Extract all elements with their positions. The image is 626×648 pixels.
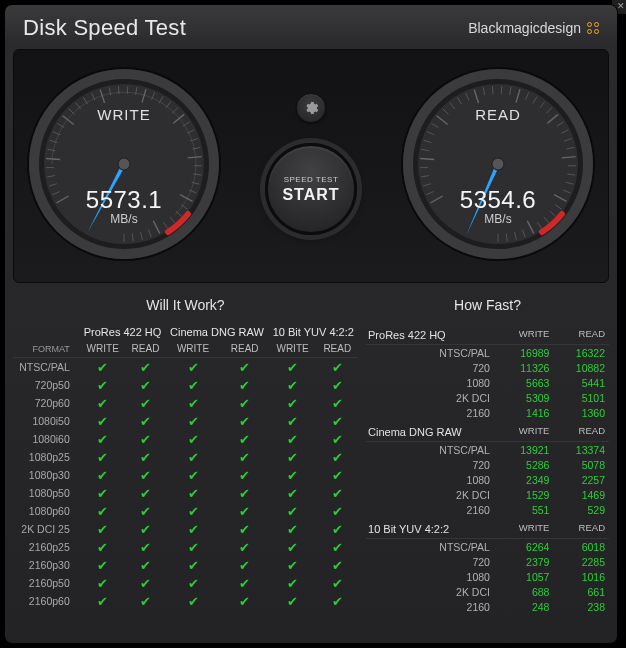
check-icon: ✔ [332,594,343,609]
check-icon: ✔ [140,450,151,465]
start-button[interactable]: SPEED TEST START [265,143,357,235]
check-cell: ✔ [269,556,317,574]
check-icon: ✔ [239,594,250,609]
format-label: 720p60 [13,394,80,412]
check-icon: ✔ [188,378,199,393]
check-icon: ✔ [332,396,343,411]
resolution-label: 2160 [366,599,498,614]
check-cell: ✔ [80,520,126,538]
codec-header: Cinema DNG RAW [366,420,498,442]
check-icon: ✔ [140,576,151,591]
table-row: 7201132610882 [366,360,609,375]
sub-header: READ [126,340,166,358]
check-cell: ✔ [221,412,269,430]
check-cell: ✔ [165,520,220,538]
table-row: 108010571016 [366,569,609,584]
read-value: 10882 [553,360,609,375]
write-value: 5286 [498,457,554,472]
svg-line-58 [420,158,434,159]
check-icon: ✔ [239,504,250,519]
check-cell: ✔ [165,394,220,412]
check-icon: ✔ [97,450,108,465]
resolution-label: 2160 [366,405,498,420]
write-value: 248 [498,599,554,614]
check-icon: ✔ [239,540,250,555]
read-value: 2285 [553,554,609,569]
start-button-line2: START [282,186,339,204]
check-icon: ✔ [97,594,108,609]
read-value: 1360 [553,405,609,420]
table-row: 2K DCI15291469 [366,487,609,502]
check-icon: ✔ [287,450,298,465]
check-icon: ✔ [188,450,199,465]
check-icon: ✔ [332,522,343,537]
check-cell: ✔ [80,394,126,412]
check-icon: ✔ [188,594,199,609]
write-value: 1529 [498,487,554,502]
check-icon: ✔ [140,432,151,447]
check-cell: ✔ [165,466,220,484]
check-cell: ✔ [317,502,358,520]
write-value: 16989 [498,345,554,361]
table-row: 2160p25✔✔✔✔✔✔ [13,538,358,556]
check-icon: ✔ [332,504,343,519]
check-icon: ✔ [140,468,151,483]
start-button-line1: SPEED TEST [284,175,339,184]
sub-header: WRITE [165,340,220,358]
write-value: 688 [498,584,554,599]
check-cell: ✔ [317,394,358,412]
check-icon: ✔ [140,414,151,429]
resolution-label: 2160 [366,502,498,517]
table-row: NTSC/PAL62646018 [366,539,609,555]
check-cell: ✔ [269,592,317,610]
table-row: 2K DCI688661 [366,584,609,599]
check-cell: ✔ [165,556,220,574]
resolution-label: NTSC/PAL [366,345,498,361]
app-title: Disk Speed Test [23,15,186,41]
check-cell: ✔ [317,574,358,592]
resolution-label: 720 [366,457,498,472]
how-fast-table: ProRes 422 HQWRITEREADNTSC/PAL1698916322… [366,323,609,614]
gear-icon [303,100,319,116]
write-value: 6264 [498,539,554,555]
check-icon: ✔ [188,396,199,411]
check-cell: ✔ [80,448,126,466]
sub-header: READ [317,340,358,358]
write-value: 5663 [498,375,554,390]
table-row: 72052865078 [366,457,609,472]
format-label: 2160p50 [13,574,80,592]
settings-button[interactable] [296,93,326,123]
check-cell: ✔ [269,466,317,484]
check-icon: ✔ [287,558,298,573]
check-icon: ✔ [188,576,199,591]
check-cell: ✔ [269,520,317,538]
check-cell: ✔ [80,430,126,448]
table-row: 2160551529 [366,502,609,517]
check-cell: ✔ [80,538,126,556]
check-icon: ✔ [97,468,108,483]
check-cell: ✔ [165,412,220,430]
resolution-label: 1080 [366,569,498,584]
check-cell: ✔ [221,484,269,502]
check-icon: ✔ [140,486,151,501]
table-row: NTSC/PAL1698916322 [366,345,609,361]
check-cell: ✔ [221,358,269,377]
format-label: 1080p25 [13,448,80,466]
read-gauge-unit: MB/s [398,212,598,226]
check-icon: ✔ [140,504,151,519]
resolution-label: 720 [366,554,498,569]
table-row: 2K DCI53095101 [366,390,609,405]
sub-header: READ [553,323,609,345]
check-cell: ✔ [317,484,358,502]
gauges-panel: WRITE 5573.1 MB/s SPEED TEST START [13,49,609,283]
resolution-label: NTSC/PAL [366,442,498,458]
codec-header: 10 Bit YUV 4:2:2 [269,323,358,340]
check-cell: ✔ [221,592,269,610]
check-icon: ✔ [188,540,199,555]
check-cell: ✔ [317,466,358,484]
table-row: 2160p50✔✔✔✔✔✔ [13,574,358,592]
check-icon: ✔ [188,360,199,375]
table-row: 720p60✔✔✔✔✔✔ [13,394,358,412]
check-icon: ✔ [332,450,343,465]
resolution-label: NTSC/PAL [366,539,498,555]
